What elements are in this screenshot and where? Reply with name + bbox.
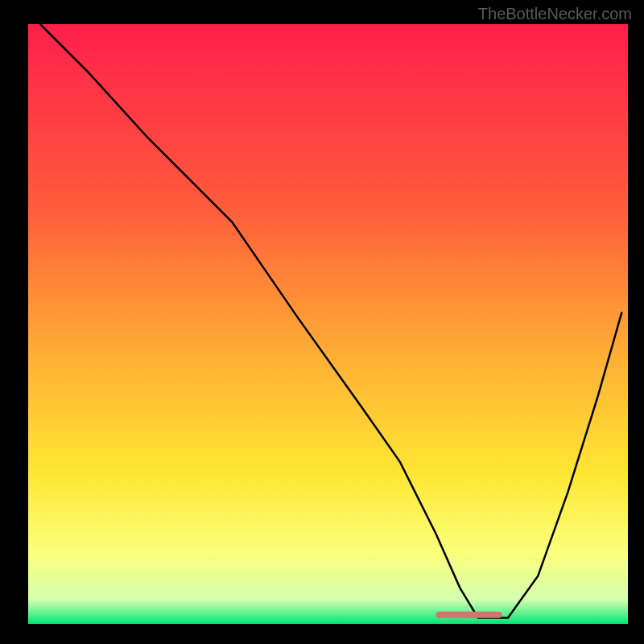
chart-plot-area (28, 24, 628, 624)
chart-svg (28, 24, 628, 624)
gradient-background (28, 24, 628, 624)
watermark-text: TheBottleNecker.com (478, 5, 632, 23)
optimal-marker (436, 612, 502, 618)
